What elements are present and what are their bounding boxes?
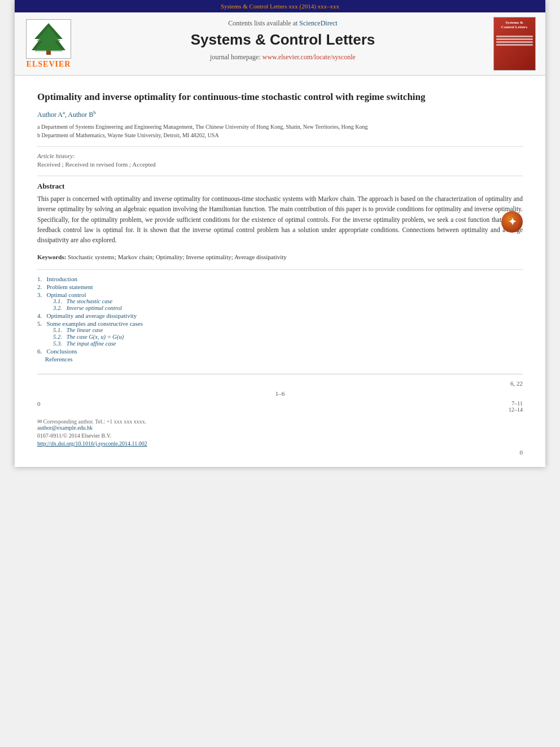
received-date: in revised form (90, 161, 128, 168)
contents-text: Contents lists available at (228, 19, 298, 27)
separator-line-3 (37, 269, 523, 270)
toc-sub-item-3-2: 3.2. Inverse optimal control (53, 305, 523, 311)
affiliation-a: a Department of Systems Engineering and … (37, 123, 523, 131)
article-history-row: Article history: (37, 152, 523, 159)
separator-line-2 (37, 176, 523, 176)
toc-item-6: 6. Conclusions (37, 348, 523, 355)
sciencedirect-link[interactable]: ScienceDirect (299, 19, 337, 27)
toc-sub-link-5-3[interactable]: 5.3. The input affine case (53, 340, 116, 347)
toc-link-3[interactable]: 3. Optimal control (37, 291, 86, 298)
toc-sub-link-5-2[interactable]: 5.2. The case G(x, u) = G(u) (53, 334, 124, 340)
footer-email-doi-row: ✉ Corresponding author. Tel.: +1 xxx xxx… (37, 418, 523, 447)
keywords-label: Keywords: (37, 254, 66, 260)
toc-sub-link-3-1[interactable]: 3.1. The stochastic case (53, 298, 112, 304)
toc-sub-3: 3.1. The stochastic case 3.2. Inverse op… (37, 298, 523, 311)
toc-link-2[interactable]: 2. Problem statement (37, 283, 93, 290)
toc-item-5: 5. Some examples and constructive cases … (37, 320, 523, 347)
toc-item-2: 2. Problem statement (37, 283, 523, 290)
toc-sub-link-5-1[interactable]: 5.1. The linear case (53, 327, 103, 333)
elsevier-logo-block: ELSEVIER (20, 17, 77, 71)
footer-pages-right-1: 6, 22 (37, 380, 523, 387)
received-label: Received ; Received (37, 161, 90, 168)
author-b-sup: b (93, 110, 96, 115)
toc-sub-item-3-1: 3.1. The stochastic case (53, 298, 523, 304)
keywords-text: Keywords: Stochastic systems; Markov cha… (37, 254, 523, 260)
footer-row-1: 6, 22 (37, 380, 523, 387)
journal-header: ELSEVIER Contents lists available at Sci… (15, 12, 545, 76)
affiliations-block: a Department of Systems Engineering and … (37, 123, 523, 139)
footer-section: 6, 22 1–6 0 7–11 12–14 ✉ Corresponding a… (37, 374, 523, 456)
footer-page-final: 0 (520, 449, 523, 456)
keywords-values: Stochastic systems; Markov chain; Optima… (68, 254, 287, 260)
footer-left: 0 (37, 400, 41, 407)
abstract-section: Abstract This paper is concerned with op… (37, 182, 523, 246)
footer-email-address: author@example.edu.hk (37, 425, 523, 431)
email-addr: author@example.edu.hk (37, 425, 93, 431)
affiliation-b: b Department of Mathematics, Wayne State… (37, 131, 523, 139)
authors-line: Author Aa, Author Bb (37, 110, 523, 119)
journal-ref-link[interactable]: Systems & Control Letters xxx (2014) xxx… (221, 3, 339, 10)
author-a-sup: a (63, 110, 65, 115)
page-lines: 7–11 12–14 (509, 400, 523, 413)
accepted-suffix: ; Accepted (129, 161, 156, 168)
toc-link-5[interactable]: 5. Some examples and constructive cases (37, 320, 143, 327)
toc-item-1: 1. Introduction (37, 276, 523, 282)
elsevier-brand-text: ELSEVIER (27, 60, 71, 69)
toc-item-4: 4. Optimality and average dissipativity (37, 312, 523, 319)
elsevier-tree-image (26, 19, 71, 59)
toc-section: 1. Introduction 2. Problem statement 3. … (37, 276, 523, 362)
toc-sub-item-5-2: 5.2. The case G(x, u) = G(u) (53, 334, 523, 340)
received-row: Received ; Received in revised form ; Ac… (37, 161, 523, 168)
doi-link[interactable]: http://dx.doi.org/10.1016/j.sysconle.201… (37, 440, 147, 447)
contents-available-line: Contents lists available at ScienceDirec… (88, 19, 478, 28)
footer-center-row: 1–6 (37, 390, 523, 397)
article-content: ✦ Optimality and inverse optimality for … (15, 76, 545, 467)
svg-marker-2 (34, 27, 63, 51)
crossmark-circle: ✦ (501, 211, 523, 233)
toc-sub-link-3-2[interactable]: 3.2. Inverse optimal control (53, 305, 122, 311)
author-a: Author Aa (37, 111, 65, 119)
cover-title-text: Systems &Control Letters (501, 20, 527, 30)
toc-item-ref: References (37, 356, 523, 362)
page-wrapper: Systems & Control Letters xxx (2014) xxx… (15, 0, 545, 467)
footer-doi-row: http://dx.doi.org/10.1016/j.sysconle.201… (37, 440, 523, 447)
crossmark-icon-block[interactable]: ✦ (501, 211, 523, 233)
email-label: ✉ Corresponding author. Tel.: +1 xxx xxx… (37, 418, 146, 425)
footer-journal-ref: 0167-6911/© 2014 Elsevier B.V. (37, 433, 523, 439)
article-title: Optimality and inverse optimality for co… (37, 90, 523, 104)
footer-bottom-row: 0 7–11 12–14 (37, 400, 523, 413)
footer-final-row: 0 (37, 449, 523, 456)
page-range-1: 6, 22 (510, 380, 523, 387)
homepage-line: journal homepage: www.elsevier.com/locat… (88, 53, 478, 62)
footer-right-pages: 7–11 12–14 (509, 400, 523, 413)
toc-link-ref[interactable]: References (37, 356, 73, 362)
article-info-section: Article history: Received ; Received in … (37, 152, 523, 168)
toc-sub-5: 5.1. The linear case 5.2. The case G(x, … (37, 327, 523, 347)
toc-link-4[interactable]: 4. Optimality and average dissipativity (37, 312, 137, 319)
journal-cover-image: Systems &Control Letters (493, 17, 536, 71)
toc-list: 1. Introduction 2. Problem statement 3. … (37, 276, 523, 362)
article-history-label: Article history: (37, 152, 75, 159)
journal-title-block: Contents lists available at ScienceDirec… (77, 17, 489, 71)
top-bar: Systems & Control Letters xxx (2014) xxx… (15, 0, 545, 12)
page-num-left: 0 (37, 400, 41, 407)
homepage-label: journal homepage: (210, 53, 261, 61)
separator-line-1 (37, 146, 523, 147)
page-range-2: 1–6 (275, 390, 285, 397)
keywords-section: Keywords: Stochastic systems; Markov cha… (37, 254, 523, 260)
toc-item-3: 3. Optimal control 3.1. The stochastic c… (37, 291, 523, 311)
toc-sub-item-5-1: 5.1. The linear case (53, 327, 523, 333)
homepage-url[interactable]: www.elsevier.com/locate/sysconle (262, 53, 356, 61)
cover-decorative-lines (496, 34, 533, 47)
toc-link-1[interactable]: 1. Introduction (37, 276, 77, 282)
journal-ref-short: 0167-6911/© 2014 Elsevier B.V. (37, 433, 111, 439)
elsevier-tree-svg (29, 22, 68, 56)
journal-cover-block: Systems &Control Letters (489, 17, 540, 71)
abstract-text: This paper is concerned with optimality … (37, 194, 523, 246)
footer-email: ✉ Corresponding author. Tel.: +1 xxx xxx… (37, 418, 523, 425)
toc-link-6[interactable]: 6. Conclusions (37, 348, 77, 355)
toc-sub-item-5-3: 5.3. The input affine case (53, 340, 523, 347)
abstract-heading: Abstract (37, 182, 523, 191)
author-b: Author Bb (68, 111, 96, 119)
journal-name: Systems & Control Letters (88, 31, 478, 49)
